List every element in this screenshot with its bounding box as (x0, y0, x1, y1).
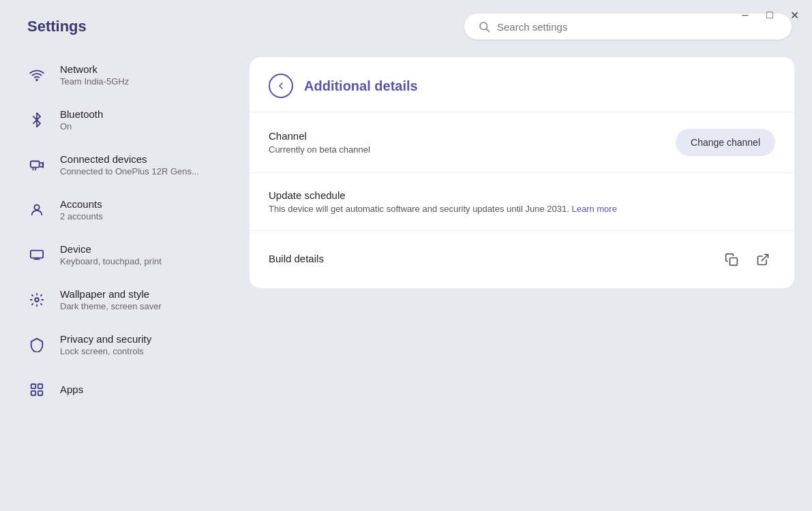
svg-rect-11 (38, 384, 42, 388)
minimize-button[interactable]: – (738, 8, 752, 22)
accounts-text: Accounts 2 accounts (60, 198, 103, 221)
wallpaper-sublabel: Dark theme, screen saver (60, 301, 162, 311)
detail-section-title: Additional details (304, 78, 418, 94)
content-area: Additional details Channel Currently on … (239, 46, 805, 504)
wallpaper-icon (25, 288, 49, 312)
update-schedule-text-value: This device will get automatic software … (269, 204, 569, 214)
svg-rect-13 (38, 391, 42, 395)
device-sublabel: Keyboard, touchpad, print (60, 256, 162, 266)
svg-line-1 (486, 29, 489, 31)
network-sublabel: Team India-5GHz (60, 76, 129, 87)
sidebar-item-accounts[interactable]: Accounts 2 accounts (14, 188, 232, 232)
connected-devices-text: Connected devices Connected to OnePlus 1… (60, 153, 199, 176)
privacy-label: Privacy and security (60, 333, 151, 345)
bluetooth-icon (25, 108, 49, 132)
svg-line-15 (762, 255, 768, 261)
page-title: Settings (20, 18, 87, 35)
learn-more-link[interactable]: Learn more (571, 204, 616, 214)
detail-header: Additional details (250, 57, 794, 112)
change-channel-button[interactable]: Change channel (676, 129, 775, 156)
sidebar-item-device[interactable]: Device Keyboard, touchpad, print (14, 233, 232, 277)
build-details-label: Build details (269, 253, 719, 264)
wallpaper-text: Wallpaper and style Dark theme, screen s… (60, 288, 162, 311)
device-icon (25, 243, 49, 267)
accounts-label: Accounts (60, 198, 103, 210)
sidebar: Network Team India-5GHz Bluetooth On (7, 46, 239, 504)
svg-rect-14 (730, 258, 738, 266)
search-icon (478, 20, 490, 33)
apps-icon (25, 377, 49, 402)
svg-point-2 (36, 79, 37, 80)
wifi-icon (25, 63, 49, 87)
update-schedule-label: Update schedule (269, 189, 775, 201)
channel-text: Channel Currently on beta channel (269, 130, 676, 155)
update-schedule-text: Update schedule This device will get aut… (269, 189, 775, 214)
main-layout: Network Team India-5GHz Bluetooth On (7, 46, 805, 504)
privacy-icon (25, 332, 49, 357)
svg-rect-10 (31, 384, 35, 388)
svg-point-6 (34, 205, 39, 210)
bluetooth-label: Bluetooth (60, 108, 103, 120)
svg-rect-12 (31, 391, 35, 395)
svg-rect-7 (31, 251, 43, 258)
channel-value: Currently on beta channel (269, 144, 676, 155)
sidebar-item-connected-devices[interactable]: Connected devices Connected to OnePlus 1… (14, 143, 232, 187)
open-build-details-button[interactable] (751, 247, 775, 272)
sidebar-item-apps[interactable]: Apps (14, 368, 232, 412)
build-details-text: Build details (269, 253, 719, 267)
header: Settings (7, 7, 805, 46)
devices-icon (25, 153, 49, 177)
accounts-sublabel: 2 accounts (60, 211, 103, 221)
apps-text: Apps (60, 384, 83, 397)
update-schedule-value: This device will get automatic software … (269, 204, 775, 214)
bluetooth-text: Bluetooth On (60, 108, 103, 131)
channel-row: Channel Currently on beta channel Change… (250, 112, 794, 173)
sidebar-item-wallpaper[interactable]: Wallpaper and style Dark theme, screen s… (14, 278, 232, 322)
device-text: Device Keyboard, touchpad, print (60, 243, 162, 266)
wallpaper-label: Wallpaper and style (60, 288, 162, 300)
network-text: Network Team India-5GHz (60, 63, 129, 87)
bluetooth-sublabel: On (60, 121, 103, 131)
build-details-row: Build details (250, 231, 794, 288)
privacy-sublabel: Lock screen, controls (60, 346, 151, 356)
svg-rect-3 (31, 161, 40, 168)
connected-devices-label: Connected devices (60, 153, 199, 165)
sidebar-item-privacy[interactable]: Privacy and security Lock screen, contro… (14, 323, 232, 367)
device-label: Device (60, 243, 162, 255)
app-container: Settings (0, 0, 812, 511)
back-button[interactable] (269, 74, 293, 98)
connected-devices-sublabel: Connected to OnePlus 12R Gens... (60, 166, 199, 176)
accounts-icon (25, 198, 49, 222)
titlebar: – □ ✕ (727, 0, 812, 30)
close-button[interactable]: ✕ (787, 8, 801, 22)
privacy-text: Privacy and security Lock screen, contro… (60, 333, 151, 356)
copy-build-details-button[interactable] (719, 247, 744, 272)
svg-point-9 (35, 298, 39, 302)
apps-label: Apps (60, 384, 83, 395)
channel-label: Channel (269, 130, 676, 142)
maximize-button[interactable]: □ (763, 8, 777, 22)
sidebar-item-network[interactable]: Network Team India-5GHz (14, 53, 232, 97)
content-card: Additional details Channel Currently on … (250, 57, 794, 288)
update-schedule-row: Update schedule This device will get aut… (250, 173, 794, 231)
build-details-actions (719, 247, 775, 272)
sidebar-item-bluetooth[interactable]: Bluetooth On (14, 98, 232, 142)
network-label: Network (60, 63, 129, 75)
